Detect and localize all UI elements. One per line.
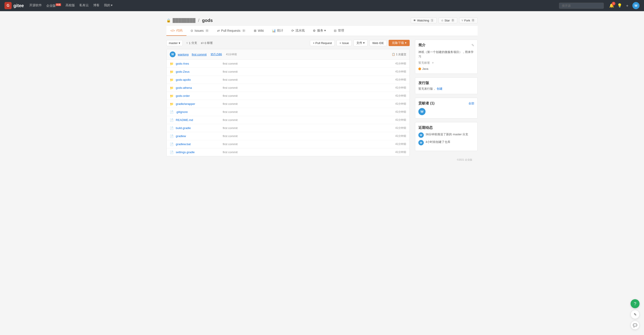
commit-count[interactable]: 📋 1 次提交 xyxy=(392,52,406,56)
plus-icon[interactable]: ＋ xyxy=(625,3,629,8)
activity-avatar: W xyxy=(418,132,424,138)
file-name-link[interactable]: gods-Ares xyxy=(176,62,220,65)
file-name-link[interactable]: gradlew xyxy=(176,134,220,138)
file-type-icon: 📁 xyxy=(170,62,174,66)
tab-issues[interactable]: ⊙ Issues 0 xyxy=(186,26,213,36)
web-ide-button[interactable]: Web IDE xyxy=(370,40,387,46)
star-button[interactable]: ☆ Star 0 xyxy=(438,18,458,23)
nav-links: 开源软件 企业版 特惠 高校版 私有云 博客 我的 ▾ xyxy=(29,3,554,8)
logo-icon: G xyxy=(4,2,12,9)
nav-private-cloud[interactable]: 私有云 xyxy=(80,3,89,8)
table-row: 📄 gradlew first commit 41分钟前 xyxy=(166,132,410,140)
search-area xyxy=(559,3,604,9)
eye-icon: 👁 xyxy=(413,19,416,22)
search-input[interactable] xyxy=(559,3,604,9)
file-commit-message: first commit xyxy=(223,126,393,130)
file-type-icon: 📄 xyxy=(170,134,174,138)
tag-area: 暂无标签 + xyxy=(418,61,474,65)
nav-blog[interactable]: 博客 xyxy=(93,3,100,8)
language-label: Java xyxy=(422,67,428,70)
file-name-link[interactable]: gods-order xyxy=(176,94,220,98)
file-name-link[interactable]: build.gradle xyxy=(176,126,220,130)
table-row: 📁 gods-Ares first commit 41分钟前 xyxy=(166,60,410,68)
commit-message-link[interactable]: first commit xyxy=(192,53,206,56)
tab-pull-requests[interactable]: ⇄ Pull Requests 0 xyxy=(213,26,250,36)
code-icon: </> xyxy=(170,29,175,32)
footer: ©2021 企业版 xyxy=(166,156,478,163)
tab-services[interactable]: ⚙ 服务 ▾ xyxy=(309,26,330,36)
tag-count-item[interactable]: 🏷 0 标签 xyxy=(201,41,213,45)
file-name-link[interactable]: settings.gradle xyxy=(176,150,220,154)
file-name-link[interactable]: gods-apollo xyxy=(176,78,220,82)
file-time: 41分钟前 xyxy=(395,150,406,154)
file-time: 41分钟前 xyxy=(395,142,406,146)
issue-button[interactable]: + Issue xyxy=(336,40,352,46)
nav-opensource[interactable]: 开源软件 xyxy=(29,3,42,8)
commit-author-link[interactable]: wanlong xyxy=(178,53,188,56)
commit-hash-link[interactable]: 95fc586 xyxy=(211,53,222,56)
file-commit-message: first commit xyxy=(223,86,393,90)
nav-enterprise[interactable]: 企业版 特惠 xyxy=(46,3,61,8)
file-type-icon: 📁 xyxy=(170,94,174,98)
contributor-avatar[interactable]: W xyxy=(418,108,426,115)
file-name-link[interactable]: gradle/wrapper xyxy=(176,102,220,106)
branch-icon: ⑂ xyxy=(186,41,188,45)
table-row: 📄 build.gradle first commit 41分钟前 xyxy=(166,124,410,132)
file-type-icon: 📁 xyxy=(170,78,174,82)
file-commit-message: first commit xyxy=(223,78,393,82)
tab-pipeline[interactable]: ⟳ 流水线 xyxy=(287,26,309,36)
tab-code[interactable]: </> 代码 xyxy=(166,26,186,36)
watching-label: Watching xyxy=(417,19,429,22)
watching-button[interactable]: 👁 Watching 1 xyxy=(411,18,436,23)
logo[interactable]: G gitee xyxy=(4,2,24,9)
tab-wiki[interactable]: ⊞ Wiki xyxy=(250,26,268,36)
tab-stats[interactable]: 📊 统计 xyxy=(268,26,287,36)
file-rows: 📁 gods-Ares first commit 41分钟前 📁 gods-Ze… xyxy=(166,60,410,156)
notification-button[interactable]: 🔔 7 xyxy=(609,3,614,8)
table-row: 📄 README.md first commit 41分钟前 xyxy=(166,116,410,124)
top-navigation: G gitee 开源软件 企业版 特惠 高校版 私有云 博客 我的 ▾ 🔔 7 … xyxy=(0,0,644,11)
file-name-link[interactable]: .gitignore xyxy=(176,110,220,114)
clone-button[interactable]: 克隆/下载 ▾ xyxy=(389,40,410,46)
file-name-link[interactable]: gods-Zeus xyxy=(176,70,220,73)
repo-actions: 👁 Watching 1 ☆ Star 0 ⑂ Fork 0 xyxy=(411,18,478,23)
light-bulb-icon[interactable]: 💡 xyxy=(617,3,622,8)
pull-request-button[interactable]: + Pull Request xyxy=(310,40,335,46)
watching-count: 1 xyxy=(430,18,434,22)
file-type-icon: 📄 xyxy=(170,150,174,154)
file-time: 41分钟前 xyxy=(395,86,406,90)
fork-button[interactable]: ⑂ Fork 0 xyxy=(459,18,478,23)
file-name-link[interactable]: gods-athena xyxy=(176,86,220,90)
all-contributors-link[interactable]: 全部 xyxy=(468,102,474,106)
create-release-link[interactable]: 创建 xyxy=(437,87,442,90)
latest-commit-row: W wanlong first commit 95fc586 41分钟前 📋 1… xyxy=(166,49,410,60)
file-commit-message: first commit xyxy=(223,150,393,154)
intro-edit-button[interactable]: ✎ xyxy=(471,43,474,48)
commit-author-avatar[interactable]: W xyxy=(170,52,176,57)
branch-selector[interactable]: master ▾ xyxy=(166,40,183,46)
tab-manage[interactable]: ⊟ 管理 xyxy=(330,26,348,36)
file-button[interactable]: 文件 ▾ xyxy=(354,40,368,46)
file-commit-message: first commit xyxy=(223,70,393,73)
services-icon: ⚙ xyxy=(313,29,316,32)
add-tag-button[interactable]: + xyxy=(432,61,434,65)
intro-description: 神祇（第一个创建的微服务项目），用来学习 xyxy=(418,50,474,58)
file-type-icon: 📁 xyxy=(170,86,174,90)
repo-name[interactable]: gods xyxy=(202,18,213,23)
repo-header: 🔒 ████████ / gods 👁 Watching 1 ☆ Star 0 … xyxy=(166,15,478,26)
branch-count-item[interactable]: ⑂ 1 分支 xyxy=(186,41,197,45)
file-name-link[interactable]: gradlew.bat xyxy=(176,142,220,146)
user-avatar[interactable]: W xyxy=(632,2,640,9)
nav-mine[interactable]: 我的 ▾ xyxy=(104,3,113,8)
tag-count-label: 0 标签 xyxy=(204,41,213,45)
fork-count: 0 xyxy=(471,18,475,22)
branch-bar: master ▾ ⑂ 1 分支 🏷 0 标签 xyxy=(166,40,410,46)
branch-count-label: 1 分支 xyxy=(189,41,197,45)
brand-name: gitee xyxy=(14,3,24,8)
nav-university[interactable]: 高校版 xyxy=(66,3,75,8)
file-name-link[interactable]: README.md xyxy=(176,118,220,122)
table-row: 📁 gods-Zeus first commit 41分钟前 xyxy=(166,68,410,76)
file-time: 41分钟前 xyxy=(395,70,406,74)
repo-owner: ████████ xyxy=(173,18,196,23)
table-row: 📄 .gitignore first commit 41分钟前 xyxy=(166,108,410,116)
